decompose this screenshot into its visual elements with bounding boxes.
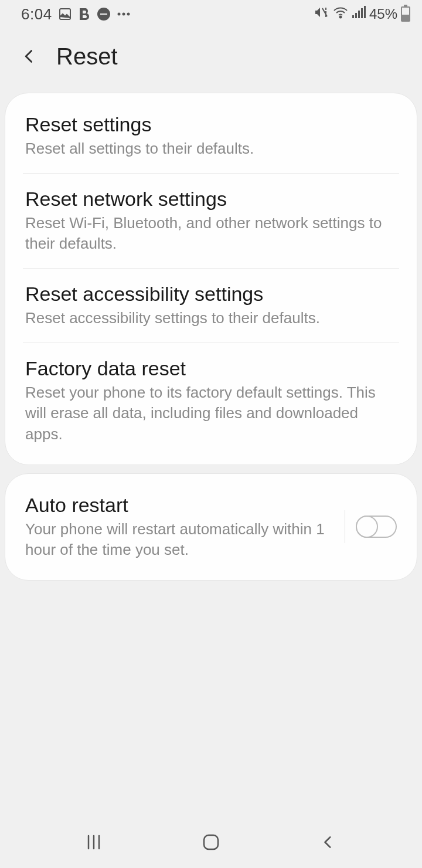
svg-rect-15	[204, 835, 218, 849]
wifi-icon	[333, 6, 348, 22]
reset-network-settings-row[interactable]: Reset network settings Reset Wi-Fi, Blue…	[23, 173, 399, 268]
svg-rect-8	[355, 13, 357, 18]
factory-data-reset-row[interactable]: Factory data reset Reset your phone to i…	[23, 343, 399, 462]
svg-point-3	[117, 13, 120, 16]
battery-icon	[401, 6, 410, 22]
auto-restart-card: Auto restart Your phone will restart aut…	[5, 473, 417, 581]
auto-restart-toggle[interactable]	[356, 516, 397, 538]
row-title: Factory data reset	[25, 357, 397, 380]
nav-back-button[interactable]	[311, 830, 346, 854]
reset-settings-row[interactable]: Reset settings Reset all settings to the…	[5, 96, 417, 173]
page-title: Reset	[56, 43, 118, 70]
system-nav-bar	[0, 821, 422, 868]
row-title: Auto restart	[25, 494, 331, 517]
row-subtitle: Your phone will restart automatically wi…	[25, 519, 331, 560]
row-subtitle: Reset accessibility settings to their de…	[25, 308, 397, 328]
app-circle-icon	[97, 7, 111, 21]
svg-rect-11	[364, 6, 366, 18]
vertical-separator	[345, 510, 345, 543]
svg-point-6	[339, 16, 341, 18]
svg-rect-2	[100, 13, 107, 15]
reset-options-card: Reset settings Reset all settings to the…	[5, 93, 417, 465]
svg-rect-7	[352, 15, 354, 18]
more-notifications-icon	[117, 12, 131, 16]
toggle-knob	[356, 516, 378, 538]
row-subtitle: Reset Wi-Fi, Bluetooth, and other networ…	[25, 213, 397, 254]
battery-percent: 45%	[369, 6, 397, 22]
svg-rect-9	[358, 11, 360, 18]
auto-restart-row[interactable]: Auto restart Your phone will restart aut…	[5, 476, 417, 578]
picture-icon	[58, 7, 72, 21]
row-title: Reset settings	[25, 113, 397, 136]
mute-vibrate-icon	[314, 5, 329, 23]
status-bar: 6:04 45%	[0, 0, 422, 28]
status-time: 6:04	[21, 5, 52, 23]
row-title: Reset network settings	[25, 188, 397, 211]
reset-accessibility-settings-row[interactable]: Reset accessibility settings Reset acces…	[23, 268, 399, 343]
bold-b-icon	[78, 7, 91, 21]
content-area: Reset settings Reset all settings to the…	[0, 84, 422, 821]
svg-point-4	[122, 13, 125, 16]
recents-button[interactable]	[76, 830, 111, 854]
page-header: Reset	[0, 28, 422, 84]
svg-rect-10	[361, 8, 363, 18]
signal-icon	[352, 6, 366, 22]
home-button[interactable]	[193, 830, 229, 854]
row-title: Reset accessibility settings	[25, 283, 397, 306]
back-button[interactable]	[18, 45, 41, 68]
row-subtitle: Reset all settings to their defaults.	[25, 138, 397, 159]
row-subtitle: Reset your phone to its factory default …	[25, 382, 397, 444]
svg-point-5	[127, 13, 130, 16]
